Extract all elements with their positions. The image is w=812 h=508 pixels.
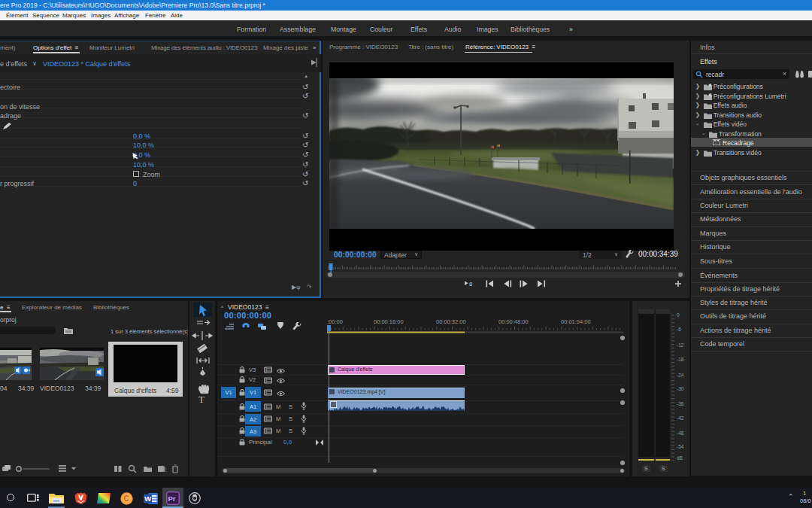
svg-text:Pr: Pr [168,494,176,503]
svg-text:C: C [124,494,129,503]
svg-text:T: T [198,394,205,405]
svg-text:8: 8 [469,281,472,287]
svg-text:W: W [144,494,151,503]
